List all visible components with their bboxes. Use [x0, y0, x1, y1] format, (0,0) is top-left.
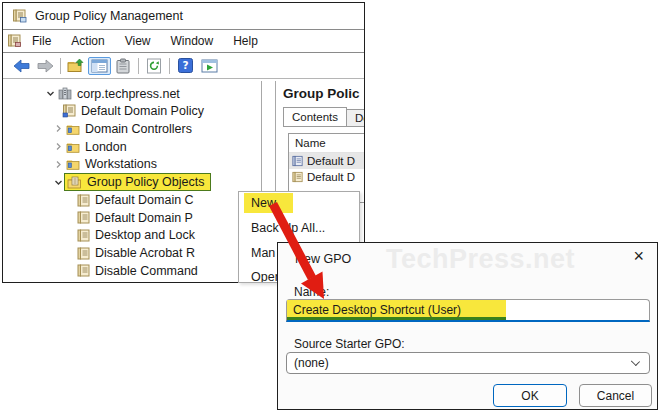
tree-item-label: Disable Acrobat R — [95, 246, 195, 260]
gpo-scroll-icon — [77, 264, 90, 277]
help-icon: ? — [178, 58, 193, 73]
gpo-scroll-icon — [77, 247, 90, 260]
cancel-button[interactable]: Cancel — [579, 384, 652, 407]
tree-item-workstations[interactable]: Workstations — [3, 155, 261, 173]
ou-folder-icon — [66, 158, 80, 170]
list-item-label: Default D — [307, 171, 355, 183]
new-window-button[interactable] — [197, 55, 221, 77]
svg-text:?: ? — [182, 59, 188, 71]
tree-item-london[interactable]: London — [3, 138, 261, 156]
gpo-scroll-icon — [77, 194, 90, 207]
refresh-button[interactable] — [142, 55, 166, 77]
tree-item-domain-controllers[interactable]: Domain Controllers — [3, 120, 261, 138]
domain-icon — [58, 87, 72, 100]
gpo-name-input[interactable]: Create Desktop Shortcut (User) — [286, 299, 650, 322]
list-item[interactable]: Default D — [289, 169, 364, 185]
chevron-down-icon[interactable] — [43, 88, 58, 99]
results-pane-title: Group Polic — [283, 86, 360, 101]
forward-button[interactable] — [33, 55, 57, 77]
list-item-label: Default D — [307, 155, 355, 167]
gpo-scroll-icon — [77, 229, 90, 242]
list-item[interactable]: Default D — [289, 153, 364, 169]
ou-folder-icon — [66, 123, 80, 135]
tree-item-label: Default Domain Policy — [81, 104, 204, 118]
new-window-icon — [201, 59, 218, 73]
forward-icon — [37, 59, 54, 73]
results-tabs: Contents Del — [283, 107, 364, 127]
tree-item-label: Default Domain P — [95, 211, 193, 225]
tree-item-label: Desktop and Lock — [95, 228, 195, 242]
ou-folder-icon — [66, 141, 80, 153]
gpo-link-icon — [62, 104, 76, 118]
column-header-name[interactable]: Name — [289, 134, 364, 153]
toolbar-separator — [169, 58, 170, 74]
toolbar-separator — [138, 58, 139, 74]
watermark: TechPress.net — [386, 244, 575, 275]
back-button[interactable] — [9, 55, 33, 77]
show-console-tree-button[interactable] — [88, 57, 111, 75]
name-label: Name: — [294, 285, 329, 299]
back-icon — [13, 59, 30, 73]
gpo-scroll-icon — [77, 211, 90, 224]
title-bar: Group Policy Management — [3, 3, 364, 30]
tree-item-domain[interactable]: corp.techpress.net — [3, 85, 261, 103]
context-menu-item-new[interactable]: New — [239, 192, 293, 214]
refresh-icon — [146, 58, 162, 74]
tab-contents[interactable]: Contents — [283, 107, 347, 127]
tree-item-label: Disable Command — [95, 264, 198, 278]
tree-item-label: Domain Controllers — [85, 122, 192, 136]
tree-item-default-domain-policy[interactable]: Default Domain Policy — [3, 103, 261, 121]
page: Group Policy Management File Action View… — [0, 0, 664, 420]
properties-icon — [116, 58, 130, 74]
gpo-folder-icon — [67, 176, 82, 189]
console-tree-pane: corp.techpress.net Default Domain Policy… — [3, 81, 262, 282]
gpo-scroll-icon — [292, 171, 303, 183]
menu-view[interactable]: View — [115, 31, 161, 51]
toolbar: ? — [3, 53, 364, 79]
chevron-down-icon — [631, 357, 640, 366]
show-console-tree-icon — [91, 59, 108, 73]
toolbar-separator — [60, 58, 61, 74]
annotation-highlight: New — [244, 193, 293, 213]
tree-item-gpo[interactable]: Desktop and Lock — [3, 227, 261, 245]
console-scroll-icon — [7, 34, 22, 48]
chevron-right-icon[interactable] — [51, 159, 66, 170]
tree-item-gpo[interactable]: Default Domain P — [3, 209, 261, 227]
menu-window[interactable]: Window — [161, 31, 224, 51]
export-list-button[interactable] — [64, 55, 88, 77]
tree-item-label: corp.techpress.net — [77, 87, 180, 101]
tree-item-gpo[interactable]: Default Domain C — [3, 191, 261, 209]
gpmc-app-icon — [12, 9, 27, 23]
context-menu-item-back-up-all[interactable]: Back Up All... — [239, 217, 325, 239]
export-list-icon — [67, 58, 85, 73]
tree-item-label: Default Domain C — [95, 193, 194, 207]
close-icon[interactable]: × — [633, 245, 644, 267]
window-title: Group Policy Management — [35, 9, 183, 23]
menu-file[interactable]: File — [22, 31, 61, 51]
help-button[interactable]: ? — [173, 55, 197, 77]
chevron-right-icon[interactable] — [51, 123, 66, 134]
source-starter-gpo-select[interactable]: (none) — [286, 352, 650, 374]
source-starter-gpo-label: Source Starter GPO: — [294, 337, 405, 351]
gpo-name-value: Create Desktop Shortcut (User) — [293, 303, 461, 317]
menu-help[interactable]: Help — [223, 31, 268, 51]
ok-button[interactable]: OK — [493, 384, 567, 407]
annotation-highlight: Group Policy Objects — [64, 173, 211, 191]
tree-item-label: London — [85, 140, 127, 154]
properties-button[interactable] — [111, 55, 135, 77]
gpo-scroll-icon — [292, 155, 303, 167]
tree-item-gpo[interactable]: Disable Acrobat R — [3, 244, 261, 262]
tree-item-label: Workstations — [85, 157, 157, 171]
selected-option: (none) — [294, 356, 329, 370]
context-menu-item-open[interactable]: Oper — [239, 266, 279, 283]
tree-item-gpo[interactable]: Disable Command — [3, 262, 261, 280]
menu-action[interactable]: Action — [61, 31, 114, 51]
tree-item-label: Group Policy Objects — [87, 175, 204, 189]
context-menu-item-manage[interactable]: Man — [239, 242, 275, 264]
chevron-right-icon[interactable] — [51, 141, 66, 152]
tree-item-group-policy-objects[interactable]: Group Policy Objects — [3, 173, 261, 192]
dialog-title: New GPO — [295, 252, 351, 266]
new-gpo-dialog: TechPress.net New GPO × Name: Create Des… — [277, 242, 658, 410]
tab-delegation[interactable]: Del — [347, 109, 364, 127]
menu-bar: File Action View Window Help — [3, 30, 364, 53]
